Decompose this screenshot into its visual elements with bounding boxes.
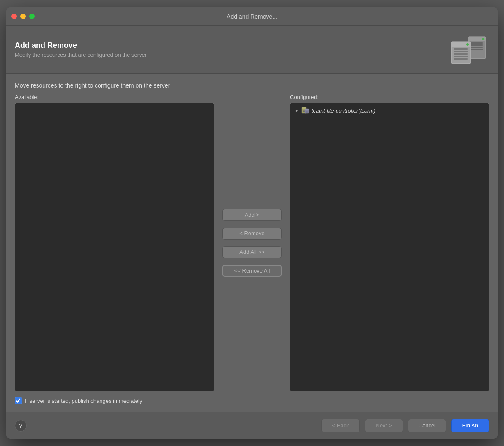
publish-checkbox-label[interactable]: If server is started, publish changes im… [25, 398, 142, 404]
minimize-button[interactable] [20, 14, 26, 19]
window-controls [11, 14, 35, 19]
svg-point-14 [466, 43, 469, 46]
remove-button[interactable]: < Remove [222, 228, 282, 240]
page-title: Add and Remove [15, 41, 447, 50]
help-button[interactable]: ? [15, 420, 27, 432]
svg-rect-11 [454, 53, 468, 55]
main-content: Move resources to the right to configure… [6, 74, 498, 412]
titlebar: Add and Remove... [6, 7, 498, 26]
action-buttons-column: Add > < Remove Add All >> << Remove All [214, 94, 290, 391]
configured-item-label: tcamt-lite-controller(tcamt) [312, 107, 375, 114]
tree-expand-icon[interactable]: ► [295, 108, 299, 113]
columns-container: Available: Add > < Remove Add All >> << … [15, 94, 489, 391]
configured-column: Configured: ► [290, 94, 489, 391]
svg-rect-13 [454, 58, 468, 60]
back-button[interactable]: < Back [321, 419, 359, 432]
header-text: Add and Remove Modify the resources that… [15, 41, 447, 58]
svg-rect-20 [305, 109, 309, 110]
finish-button[interactable]: Finish [451, 419, 489, 432]
header-icon [447, 33, 489, 66]
main-window: Add and Remove... Add and Remove Modify … [6, 7, 498, 439]
svg-rect-4 [470, 47, 483, 48]
resource-icon [301, 107, 309, 114]
checkbox-area: If server is started, publish changes im… [15, 391, 489, 407]
svg-rect-9 [454, 48, 468, 50]
server-icon-svg [447, 33, 489, 66]
svg-rect-12 [454, 56, 468, 57]
add-button[interactable]: Add > [222, 209, 282, 221]
publish-checkbox[interactable] [15, 397, 22, 404]
svg-rect-3 [470, 44, 483, 46]
remove-all-button[interactable]: << Remove All [222, 265, 282, 277]
add-all-button[interactable]: Add All >> [222, 246, 282, 258]
window-title: Add and Remove... [227, 13, 277, 20]
footer: ? < Back Next > Cancel Finish [6, 412, 498, 439]
available-list[interactable] [15, 103, 214, 391]
close-button[interactable] [11, 14, 17, 19]
svg-rect-5 [470, 49, 483, 50]
configured-item: ► tcamt-lite-controller(tcamt [292, 105, 487, 116]
configured-list[interactable]: ► tcamt-lite-controller(tcamt [290, 103, 489, 391]
svg-point-6 [482, 38, 485, 40]
cancel-button[interactable]: Cancel [408, 419, 446, 432]
header-area: Add and Remove Modify the resources that… [6, 26, 498, 74]
svg-rect-22 [306, 112, 308, 112]
next-button[interactable]: Next > [365, 419, 403, 432]
maximize-button[interactable] [29, 14, 35, 19]
configured-label: Configured: [290, 94, 489, 100]
available-label: Available: [15, 94, 214, 100]
svg-rect-10 [454, 51, 468, 52]
svg-rect-21 [306, 111, 308, 111]
available-column: Available: [15, 94, 214, 391]
svg-rect-2 [470, 42, 483, 44]
page-subtitle: Modify the resources that are configured… [15, 52, 447, 58]
instruction-text: Move resources to the right to configure… [15, 82, 489, 89]
